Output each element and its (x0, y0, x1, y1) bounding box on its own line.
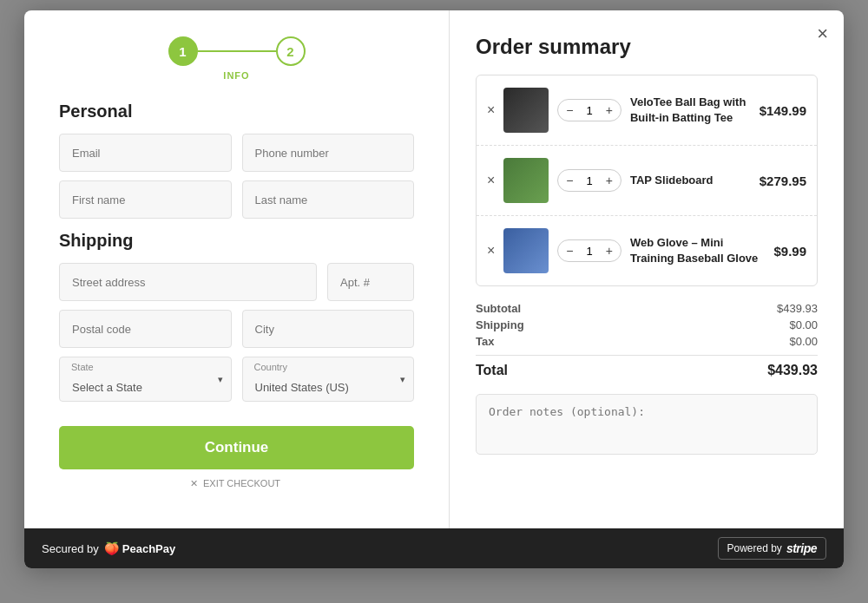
continue-button[interactable]: Continue (59, 426, 414, 469)
qty-value-3: 1 (582, 245, 598, 258)
step-line (198, 50, 276, 52)
street-input[interactable] (59, 263, 317, 301)
steps-container: 1 2 INFO (59, 36, 414, 81)
item-2-price: $279.95 (760, 174, 806, 188)
personal-section-title: Personal (59, 102, 414, 121)
state-select[interactable]: Select a State (59, 357, 232, 402)
modal-footer: Secured by 🍑 PeachPay Powered by stripe (24, 528, 844, 568)
order-item-3: × − 1 + Web Glove – Mini Training Baseba… (477, 216, 817, 285)
order-items-container: × − 1 + VeloTee Ball Bag with Built-in B… (476, 75, 818, 286)
item-3-image (503, 228, 549, 273)
order-notes-input[interactable] (476, 394, 818, 455)
item-3-price: $9.99 (773, 244, 806, 259)
item-1-price: $149.99 (760, 103, 806, 118)
order-item-1: × − 1 + VeloTee Ball Bag with Built-in B… (477, 75, 817, 146)
email-phone-row (59, 134, 414, 172)
subtotal-value: $439.93 (777, 302, 818, 315)
postal-input[interactable] (59, 310, 232, 348)
stripe-badge: Powered by stripe (718, 537, 827, 560)
qty-control-3: − 1 + (557, 239, 621, 262)
shipping-label: Shipping (476, 318, 524, 331)
item-2-image (503, 158, 549, 203)
brand-name: PeachPay (122, 542, 175, 555)
phone-input[interactable] (242, 134, 415, 172)
qty-increase-3[interactable]: + (598, 240, 621, 261)
item-1-name: VeloTee Ball Bag with Built-in Batting T… (630, 95, 751, 126)
secured-label: Secured by (42, 542, 99, 555)
left-panel: 1 2 INFO Personal (24, 10, 450, 528)
step-2-label: 2 (286, 44, 293, 59)
street-row (59, 263, 414, 301)
steps-row: 1 2 (168, 36, 306, 66)
page-wrapper: 1 2 INFO Personal (0, 0, 868, 603)
exit-icon: ✕ (190, 478, 198, 488)
item-2-name: TAP Slideboard (630, 173, 751, 188)
remove-item-1-button[interactable]: × (487, 103, 495, 117)
total-row: Total $439.93 (476, 355, 818, 378)
subtotal-row: Subtotal $439.93 (476, 302, 818, 315)
shipping-section-title: Shipping (59, 231, 414, 251)
exit-checkout-link[interactable]: ✕ EXIT CHECKOUT (59, 478, 414, 489)
state-country-row: State Select a State ▾ Country United St… (59, 357, 414, 402)
subtotal-label: Subtotal (476, 302, 521, 315)
shipping-row: Shipping $0.00 (476, 318, 818, 331)
checkout-modal: 1 2 INFO Personal (24, 10, 844, 568)
city-input[interactable] (242, 310, 415, 348)
peachpay-icon: 🍑 (104, 541, 119, 555)
total-value: $439.93 (767, 363, 818, 378)
country-select[interactable]: United States (US) (242, 357, 415, 402)
qty-control-1: − 1 + (557, 99, 621, 121)
tax-row: Tax $0.00 (476, 335, 818, 348)
tax-value: $0.00 (789, 335, 818, 348)
stripe-logo: stripe (786, 541, 817, 555)
glove-image (503, 228, 549, 273)
modal-body: 1 2 INFO Personal (24, 10, 844, 528)
last-name-input[interactable] (242, 180, 415, 219)
slideboard-image (503, 158, 549, 203)
state-wrapper: State Select a State ▾ (59, 357, 232, 402)
postal-city-row (59, 310, 414, 348)
remove-item-2-button[interactable]: × (487, 174, 495, 187)
item-3-name: Web Glove – Mini Training Baseball Glove (630, 235, 766, 266)
powered-by-label: Powered by (727, 542, 782, 554)
remove-item-3-button[interactable]: × (487, 244, 495, 258)
apt-input[interactable] (327, 263, 414, 301)
batting-tee-image (503, 88, 549, 133)
shipping-value: $0.00 (789, 318, 818, 331)
peachpay-logo: 🍑 PeachPay (104, 541, 175, 555)
qty-value-2: 1 (582, 174, 598, 187)
email-input[interactable] (59, 134, 232, 172)
qty-decrease-3[interactable]: − (558, 240, 581, 261)
item-1-image (503, 88, 549, 133)
right-panel: × Order summary × − 1 + (450, 10, 844, 528)
qty-decrease-2[interactable]: − (558, 170, 581, 191)
close-button[interactable]: × (817, 23, 828, 45)
qty-decrease-1[interactable]: − (558, 100, 581, 121)
first-name-input[interactable] (59, 180, 232, 219)
qty-value-1: 1 (582, 104, 598, 117)
order-summary-title: Order summary (476, 35, 818, 59)
step-info-label: INFO (223, 70, 249, 81)
step-2-circle: 2 (276, 36, 306, 66)
order-item-2: × − 1 + TAP Slideboard $279.95 (477, 146, 817, 216)
name-row (59, 180, 414, 219)
step-1-circle: 1 (168, 36, 198, 66)
qty-increase-2[interactable]: + (598, 170, 621, 191)
tax-label: Tax (476, 335, 494, 348)
total-label: Total (476, 363, 508, 378)
qty-control-2: − 1 + (557, 169, 621, 192)
qty-increase-1[interactable]: + (598, 100, 621, 121)
step-1-label: 1 (179, 44, 186, 59)
secured-text: Secured by 🍑 PeachPay (42, 541, 175, 555)
country-wrapper: Country United States (US) ▾ (242, 357, 415, 402)
exit-label: EXIT CHECKOUT (203, 478, 280, 488)
